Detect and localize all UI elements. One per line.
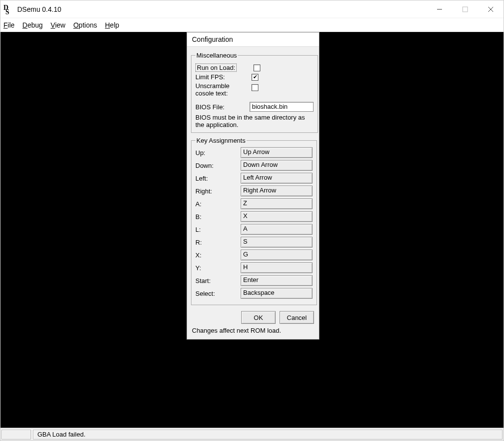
misc-group: Miscellaneous Run on Load: Limit FPS: ✔ … [191,52,318,133]
key-row: Up:Up Arrow [195,147,313,158]
key-field[interactable]: G [241,250,313,260]
key-label: X: [195,252,241,259]
run-on-load-label: Run on Load: [195,63,237,72]
key-row: X:G [195,250,313,260]
svg-rect-1 [463,7,468,12]
key-label: Right: [195,188,241,195]
key-row: Left:Left Arrow [195,173,313,184]
key-field[interactable]: Enter [241,275,313,286]
bios-note: BIOS must be in the same directory as th… [195,114,314,128]
status-cell-1 [1,430,31,440]
limit-fps-label: Limit FPS: [195,73,241,81]
key-row: L:A [195,224,313,235]
maximize-button[interactable] [452,0,478,18]
unscramble-label: Unscramble cosole text: [195,82,240,97]
dialog-body: Miscellaneous Run on Load: Limit FPS: ✔ … [187,47,319,339]
key-label: R: [195,239,241,246]
key-label: Up: [195,149,241,157]
key-row: Right:Right Arrow [195,186,313,196]
run-on-load-checkbox[interactable] [253,64,260,71]
menu-debug[interactable]: Debug [23,21,43,29]
bios-file-input[interactable]: bioshack.bin [250,102,314,112]
key-row: B:X [195,211,313,222]
key-row: Down:Down Arrow [195,160,313,171]
window-title: DSemu 0.4.10 [17,5,62,13]
key-row: A:Z [195,198,313,209]
minimize-button[interactable] [427,0,452,18]
dialog-buttons: OK Cancel [191,311,314,324]
menubar: File Debug View Options Help [0,18,504,32]
key-label: Y: [195,264,241,272]
statusbar: GBA Load failed. [0,428,504,441]
bios-label: BIOS File: [195,103,241,111]
configuration-dialog: Configuration Miscellaneous Run on Load:… [187,32,319,340]
app-icon: DS [3,4,14,15]
misc-legend: Miscellaneous [195,52,238,59]
cancel-button[interactable]: Cancel [280,311,314,324]
window-controls [427,0,504,18]
key-field[interactable]: Up Arrow [241,147,313,158]
unscramble-checkbox[interactable] [252,84,258,91]
key-label: A: [195,200,241,208]
menu-file[interactable]: File [3,21,15,29]
titlebar: DS DSemu 0.4.10 [0,0,504,18]
key-field[interactable]: S [241,237,313,248]
limit-fps-checkbox[interactable]: ✔ [252,74,258,81]
key-field[interactable]: Right Arrow [241,186,313,196]
key-label: Down: [195,162,241,169]
key-row: Select:Backspace [195,288,313,299]
key-row: Y:H [195,262,313,273]
key-label: L: [195,226,241,233]
key-label: Left: [195,175,241,182]
dialog-footer-note: Changes affect next ROM load. [191,327,315,335]
key-row: R:S [195,237,313,248]
key-label: B: [195,213,241,220]
key-label: Start: [195,277,241,284]
key-field[interactable]: Left Arrow [241,173,313,184]
ok-button[interactable]: OK [241,311,276,324]
menu-options[interactable]: Options [73,21,97,29]
key-field[interactable]: Down Arrow [241,160,313,171]
key-label: Select: [195,290,241,297]
key-field[interactable]: A [241,224,313,235]
menu-help[interactable]: Help [105,21,119,29]
client-area: Configuration Miscellaneous Run on Load:… [0,32,504,428]
key-field[interactable]: X [241,211,313,222]
dialog-title: Configuration [187,32,319,47]
main-window: DS DSemu 0.4.10 File Debug View Options … [0,0,504,441]
key-field[interactable]: H [241,262,313,273]
key-field[interactable]: Backspace [241,288,313,299]
close-button[interactable] [478,0,504,18]
menu-view[interactable]: View [51,21,65,29]
keys-legend: Key Assignments [195,137,247,144]
key-row: Start:Enter [195,275,313,286]
key-field[interactable]: Z [241,198,313,209]
keys-group: Key Assignments Up:Up ArrowDown:Down Arr… [191,137,317,305]
status-message: GBA Load failed. [33,430,503,440]
